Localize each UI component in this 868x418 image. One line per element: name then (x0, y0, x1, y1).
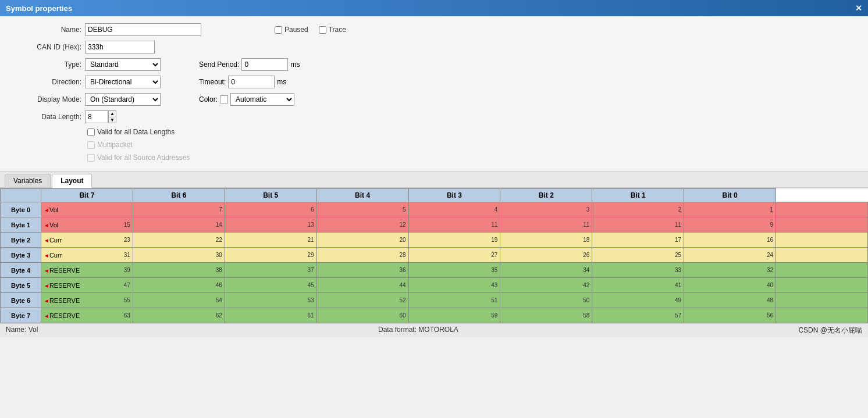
cell-1-2[interactable]: 13 (225, 217, 316, 233)
cell-6-0[interactable]: ◄RESERVE55 (41, 293, 133, 308)
cell-1-6[interactable]: 11 (592, 217, 684, 233)
cell-5-0[interactable]: ◄RESERVE47 (41, 278, 133, 293)
cell-7-8[interactable] (776, 308, 868, 323)
cell-0-4[interactable]: 4 (408, 202, 500, 217)
cell-7-0[interactable]: ◄RESERVE63 (41, 308, 133, 323)
tab-variables[interactable]: Variables (5, 174, 51, 187)
cell-3-6[interactable]: 25 (592, 248, 684, 263)
close-icon[interactable]: ✕ (855, 3, 862, 13)
direction-select[interactable]: Bi-Directional Transmit Receive (85, 76, 161, 88)
cell-4-5[interactable]: 34 (500, 263, 592, 278)
spin-down-button[interactable]: ▼ (109, 117, 116, 123)
cell-5-6[interactable]: 41 (592, 278, 684, 293)
cell-1-5[interactable]: 11 (500, 217, 592, 233)
display-mode-select[interactable]: On (Standard) Off (85, 93, 161, 106)
cell-2-4[interactable]: 19 (408, 233, 500, 248)
cell-7-1[interactable]: 62 (133, 308, 225, 323)
cell-6-3[interactable]: 52 (316, 293, 408, 308)
cell-4-3[interactable]: 36 (316, 263, 408, 278)
paused-checkbox-label[interactable]: Paused (275, 26, 308, 34)
cell-2-7[interactable]: 16 (684, 233, 776, 248)
cell-6-7[interactable]: 48 (684, 293, 776, 308)
data-length-input[interactable] (85, 110, 108, 123)
cell-4-6[interactable]: 33 (592, 263, 684, 278)
cell-1-1[interactable]: 14 (133, 217, 225, 233)
trace-checkbox-label[interactable]: Trace (319, 26, 346, 34)
cell-6-6[interactable]: 49 (592, 293, 684, 308)
spin-up-button[interactable]: ▲ (109, 111, 116, 117)
valid-lengths-checkbox[interactable] (87, 128, 95, 136)
cell-5-1[interactable]: 46 (133, 278, 225, 293)
cell-signal-name: ◄Curr (44, 252, 62, 259)
cell-3-2[interactable]: 29 (225, 248, 316, 263)
valid-source-label[interactable]: Valid for all Source Addresses (87, 153, 190, 162)
cell-1-7[interactable]: 9 (684, 217, 776, 233)
cell-5-5[interactable]: 42 (500, 278, 592, 293)
cell-6-4[interactable]: 51 (408, 293, 500, 308)
cell-6-8[interactable] (776, 293, 868, 308)
cell-3-7[interactable]: 24 (684, 248, 776, 263)
cell-0-1[interactable]: 7 (133, 202, 225, 217)
cell-5-8[interactable] (776, 278, 868, 293)
cell-3-1[interactable]: 30 (133, 248, 225, 263)
cell-4-8[interactable] (776, 263, 868, 278)
symbol-properties-panel: Name: Paused Trace CAN ID (Hex): Type: S… (0, 16, 868, 172)
cell-2-5[interactable]: 18 (500, 233, 592, 248)
cell-7-3[interactable]: 60 (316, 308, 408, 323)
cell-0-8[interactable] (776, 202, 868, 217)
cell-3-0[interactable]: ◄Curr31 (41, 248, 133, 263)
cell-7-6[interactable]: 57 (592, 308, 684, 323)
type-select[interactable]: Standard Extended (85, 58, 161, 71)
cell-5-2[interactable]: 45 (225, 278, 316, 293)
tab-layout[interactable]: Layout (52, 174, 92, 188)
valid-source-checkbox[interactable] (87, 154, 95, 162)
cell-0-5[interactable]: 3 (500, 202, 592, 217)
cell-6-1[interactable]: 54 (133, 293, 225, 308)
cell-3-3[interactable]: 28 (316, 248, 408, 263)
cell-0-6[interactable]: 2 (592, 202, 684, 217)
cell-1-3[interactable]: 12 (316, 217, 408, 233)
cell-5-3[interactable]: 44 (316, 278, 408, 293)
cell-0-0[interactable]: ◄Vol (41, 202, 133, 217)
cell-5-7[interactable]: 40 (684, 278, 776, 293)
cell-4-7[interactable]: 32 (684, 263, 776, 278)
paused-checkbox[interactable] (275, 26, 282, 34)
cell-3-4[interactable]: 27 (408, 248, 500, 263)
cell-4-4[interactable]: 35 (408, 263, 500, 278)
cell-1-4[interactable]: 11 (408, 217, 500, 233)
send-period-input[interactable] (241, 58, 288, 71)
cell-4-0[interactable]: ◄RESERVE39 (41, 263, 133, 278)
cell-2-6[interactable]: 17 (592, 233, 684, 248)
cell-2-3[interactable]: 20 (316, 233, 408, 248)
cell-6-5[interactable]: 50 (500, 293, 592, 308)
cell-0-3[interactable]: 5 (316, 202, 408, 217)
cell-2-1[interactable]: 22 (133, 233, 225, 248)
cell-2-0[interactable]: ◄Curr23 (41, 233, 133, 248)
multipacket-label[interactable]: Multipacket (87, 141, 133, 149)
cell-2-8[interactable] (776, 233, 868, 248)
cell-number: 17 (675, 237, 681, 243)
cell-7-4[interactable]: 59 (408, 308, 500, 323)
cell-5-4[interactable]: 43 (408, 278, 500, 293)
cell-2-2[interactable]: 21 (225, 233, 316, 248)
cell-1-0[interactable]: ◄Vol15 (41, 217, 133, 233)
cell-7-7[interactable]: 56 (684, 308, 776, 323)
cell-0-2[interactable]: 6 (225, 202, 316, 217)
cell-6-2[interactable]: 53 (225, 293, 316, 308)
color-select[interactable]: Automatic Red Green (230, 93, 294, 106)
name-input[interactable] (85, 23, 201, 36)
multipacket-checkbox[interactable] (87, 141, 95, 149)
timeout-input[interactable] (228, 76, 275, 88)
cell-4-1[interactable]: 38 (133, 263, 225, 278)
cell-1-8[interactable] (776, 217, 868, 233)
valid-lengths-label[interactable]: Valid for all Data Lengths (87, 128, 175, 136)
cell-3-8[interactable] (776, 248, 868, 263)
cell-3-5[interactable]: 26 (500, 248, 592, 263)
trace-checkbox[interactable] (319, 26, 326, 34)
cell-4-2[interactable]: 37 (225, 263, 316, 278)
cell-7-5[interactable]: 58 (500, 308, 592, 323)
cell-7-2[interactable]: 61 (225, 308, 316, 323)
can-id-input[interactable] (85, 41, 155, 53)
data-length-spinner[interactable]: ▲ ▼ (108, 110, 116, 123)
cell-0-7[interactable]: 1 (684, 202, 776, 217)
